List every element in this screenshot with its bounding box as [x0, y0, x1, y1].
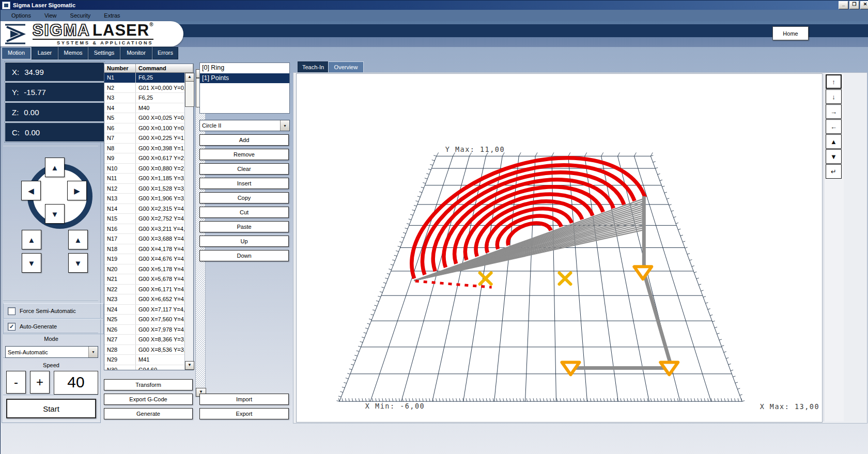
speed-increase-button[interactable]: + [30, 371, 50, 394]
table-row[interactable]: N3F6,25 [104, 93, 185, 103]
remove-button[interactable]: Remove [199, 149, 289, 160]
tab-monitor[interactable]: Monitor [120, 47, 152, 59]
table-row[interactable]: N20G00 X=5,178 Y=4,9... [104, 264, 185, 275]
table-row[interactable]: N6G00 X=0,100 Y=0,9... [104, 123, 185, 134]
up-button[interactable]: Up [199, 236, 289, 247]
start-button[interactable]: Start [6, 399, 96, 418]
paste-button[interactable]: Paste [199, 221, 289, 232]
table-row[interactable]: N27G00 X=8,366 Y=3,6... [104, 335, 185, 345]
menu-extras[interactable]: Extras [97, 11, 127, 20]
menu-options[interactable]: Options [5, 11, 38, 20]
table-row[interactable]: N26G00 X=7,978 Y=4,0... [104, 325, 185, 335]
axis-z-up-button[interactable]: ▲ [22, 230, 41, 249]
table-row[interactable]: N19G00 X=4,676 Y=4,9... [104, 254, 185, 264]
table-row[interactable]: N18G00 X=4,178 Y=4,9... [104, 244, 185, 255]
insert-button[interactable]: Insert [199, 178, 289, 189]
force-semi-automatic-checkbox[interactable] [8, 307, 16, 315]
table-row[interactable]: N8G00 X=0,398 Y=1,9... [104, 144, 185, 154]
tab-memos[interactable]: Memos [58, 47, 88, 59]
table-row[interactable]: N30G04 60 [104, 365, 185, 370]
restore-button[interactable]: ❐ [849, 1, 859, 9]
table-row[interactable]: N12G00 X=1,528 Y=3,5... [104, 184, 185, 194]
column-header-number[interactable]: Number [104, 64, 136, 73]
cell-number: N20 [104, 264, 136, 274]
table-row[interactable]: N7G00 X=0,225 Y=1,4... [104, 133, 185, 144]
transform-button[interactable]: Transform [104, 379, 193, 390]
enter-button[interactable]: ↵ [826, 164, 842, 179]
dropdown-arrow-icon[interactable]: ▼ [88, 347, 98, 357]
table-row[interactable]: N23G00 X=6,652 Y=4,7... [104, 294, 185, 305]
table-row[interactable]: N10G00 X=0,880 Y=2,8... [104, 164, 185, 174]
table-row[interactable]: N17G00 X=3,688 Y=4,8... [104, 234, 185, 244]
table-row[interactable]: N11G00 X=1,185 Y=3,2... [104, 174, 185, 184]
table-row[interactable]: N14G00 X=2,315 Y=4,2... [104, 204, 185, 214]
generate-button[interactable]: Generate [104, 408, 193, 419]
scroll-up-icon[interactable]: ▲ [185, 73, 194, 82]
table-row[interactable]: N21G00 X=5,678 Y=4,9... [104, 274, 185, 285]
axis-c-down-button[interactable]: ▼ [68, 253, 88, 273]
table-row[interactable]: N29M41 [104, 355, 185, 365]
table-row[interactable]: N15G00 X=2,752 Y=4,4... [104, 214, 185, 224]
cell-command: G00 X=7,560 Y=4,2... [136, 315, 185, 324]
viewport-tab-overview[interactable]: Overview [328, 61, 364, 73]
minimize-button[interactable]: _ [839, 1, 848, 9]
tab-settings[interactable]: Settings [88, 47, 120, 59]
table-row[interactable]: N22G00 X=6,171 Y=4,8... [104, 285, 185, 295]
table-row[interactable]: N16G00 X=3,211 Y=4,6... [104, 224, 185, 234]
jog-left-button[interactable]: ◀ [21, 181, 41, 200]
table-row[interactable]: N1F6,25 [104, 73, 185, 83]
table-row[interactable]: N13G00 X=1,906 Y=3,9... [104, 194, 185, 204]
table-row[interactable]: N5G00 X=0,025 Y=0,5... [104, 113, 185, 123]
menu-security[interactable]: Security [64, 11, 98, 20]
list-item[interactable]: [0] Ring [200, 63, 289, 73]
arrow-down-button[interactable]: ↓ [826, 89, 842, 104]
sigma-laser-logo: SIGMA LASER® SYSTEMS & APPLICATIONS [1, 21, 183, 46]
export-button[interactable]: Export [199, 408, 289, 419]
arrow-up-button[interactable]: ↑ [826, 74, 842, 89]
dropdown-arrow-icon[interactable]: ▼ [280, 120, 289, 131]
tab-errors[interactable]: Errors [152, 47, 178, 59]
tab-motion[interactable]: Motion [2, 47, 31, 59]
mode-select[interactable]: Semi-Automatic ▼ [5, 346, 98, 358]
copy-button[interactable]: Copy [199, 192, 289, 203]
table-row[interactable]: N9G00 X=0,617 Y=2,4... [104, 153, 185, 164]
axis-z-down-button[interactable]: ▼ [22, 253, 41, 273]
shape-select[interactable]: Circle II ▼ [199, 120, 290, 131]
gcode-scrollbar[interactable]: ▲ ▼ [184, 73, 193, 370]
triangle-down-button[interactable]: ▼ [826, 149, 842, 164]
jog-right-button[interactable]: ▶ [67, 181, 87, 200]
clear-button[interactable]: Clear [199, 163, 289, 175]
jog-up-button[interactable]: ▲ [45, 158, 65, 177]
teachin-canvas[interactable]: Y Max: 11,00X Min: -6,00X Max: 13,00 [296, 73, 823, 422]
arrow-left-button[interactable]: ← [826, 119, 842, 134]
import-button[interactable]: Import [199, 394, 289, 405]
export-g-code-button[interactable]: Export G-Code [104, 394, 193, 405]
list-item[interactable]: [1] Points [200, 73, 289, 84]
cell-command: G00 X=4,178 Y=4,9... [136, 244, 185, 254]
table-row[interactable]: N28G00 X=8,536 Y=3,5... [104, 345, 185, 355]
close-button[interactable]: ✕ [860, 1, 868, 9]
home-button[interactable]: Home [772, 26, 809, 40]
table-row[interactable]: N2G01 X=0,000 Y=0,0... [104, 83, 185, 93]
arrow-right-button[interactable]: → [826, 104, 842, 119]
table-row[interactable]: N25G00 X=7,560 Y=4,2... [104, 315, 185, 325]
cut-button[interactable]: Cut [199, 207, 289, 218]
table-row[interactable]: N24G00 X=7,117 Y=4,5... [104, 305, 185, 315]
table-row[interactable]: N4M40 [104, 103, 185, 114]
add-button[interactable]: Add [199, 134, 289, 146]
cell-command: G00 X=1,185 Y=3,2... [136, 174, 185, 183]
menu-view[interactable]: View [38, 11, 64, 20]
tab-laser[interactable]: Laser [32, 47, 58, 59]
column-header-command[interactable]: Command [136, 64, 193, 73]
triangle-up-button[interactable]: ▲ [826, 134, 842, 149]
speed-decrease-button[interactable]: - [6, 371, 26, 394]
viewport-tab-teach-in[interactable]: Teach-In [298, 61, 329, 73]
auto-generate-checkbox[interactable]: ✓ [8, 323, 16, 331]
axis-c-up-button[interactable]: ▲ [68, 230, 88, 249]
scrollbar-thumb[interactable] [185, 81, 194, 107]
cell-command: M41 [136, 355, 185, 365]
panel-scrollbar[interactable]: ▲ ▼ [195, 69, 206, 397]
jog-down-button[interactable]: ▼ [45, 204, 65, 224]
scroll-down-icon[interactable]: ▼ [185, 361, 194, 370]
down-button[interactable]: Down [199, 250, 289, 261]
